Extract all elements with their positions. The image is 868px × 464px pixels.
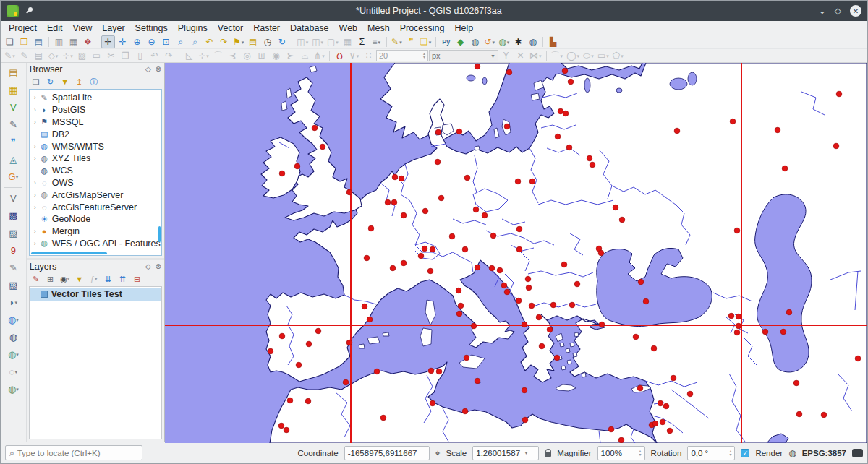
add-raster-tile-layer-icon[interactable]: ▩ (2, 207, 24, 224)
menu-mesh[interactable]: Mesh (362, 22, 395, 35)
minimize-button[interactable]: ⌄ (819, 7, 826, 15)
map-canvas[interactable] (165, 63, 867, 442)
zoom-full-icon[interactable]: ⊡ (159, 35, 173, 48)
dropdown-arrow-icon[interactable]: ▾ (357, 53, 359, 59)
browser-collapse-all-icon[interactable]: ↥ (73, 76, 86, 87)
measure-icon[interactable]: ✎▾ (390, 35, 404, 48)
dropdown-arrow-icon[interactable]: ▾ (306, 40, 309, 45)
vertex-tool-icon[interactable]: ⊹▾ (61, 49, 75, 62)
enable-snapping-icon[interactable]: Ω (333, 49, 346, 62)
add-virtual-layer-icon[interactable]: V (2, 190, 24, 207)
dropdown-arrow-icon[interactable]: ▾ (16, 317, 19, 323)
browser-float-icon[interactable]: ◇ (145, 65, 151, 73)
fill-ring-icon[interactable]: ◉ (269, 49, 283, 62)
move-feature-icon[interactable]: ⊹▾ (197, 49, 210, 62)
expand-arrow-icon[interactable]: › (31, 94, 39, 101)
python-console-icon[interactable]: Py (439, 35, 453, 48)
browser-horizontal-scrollbar[interactable] (31, 252, 107, 254)
zoom-to-layer-icon[interactable]: ⌕ (188, 35, 202, 48)
browser-item-wms-wmts[interactable]: ›◍WMS/WMTS (31, 140, 161, 152)
collapse-all-icon[interactable]: ⇈ (116, 273, 129, 285)
menu-web[interactable]: Web (334, 22, 362, 35)
browser-item-mssql[interactable]: ›⚑MSSQL (31, 116, 161, 129)
rotate-feature-icon[interactable]: ⌒ (211, 49, 225, 62)
deselect-features-icon[interactable]: ◫▾ (310, 35, 325, 48)
browser-item-mergin[interactable]: ›●Mergin (31, 225, 161, 238)
zoom-last-icon[interactable]: ↶ (203, 35, 216, 48)
browser-properties-icon[interactable]: ⓘ (88, 76, 101, 87)
refresh-map-icon[interactable]: ↻ (275, 35, 289, 48)
shape-digitizing-circle-icon[interactable]: ◯▾ (565, 49, 581, 62)
add-geopackage-layer-icon[interactable]: G▾ (2, 168, 24, 185)
new-print-layout-icon[interactable]: ▥ (52, 35, 66, 48)
dropdown-arrow-icon[interactable]: ▾ (12, 53, 15, 59)
filter-legend-by-expression-icon[interactable]: ƒ▾ (88, 273, 101, 285)
add-mssql-layer-icon[interactable]: ▧ (2, 277, 24, 293)
layers-float-icon[interactable]: ◇ (145, 262, 151, 270)
expand-all-icon[interactable]: ⇊ (102, 273, 115, 285)
browser-item-wfs-ogc-api-features[interactable]: ›◍WFS / OGC API - Features (31, 238, 161, 250)
browser-item-xyz-tiles[interactable]: ›◍XYZ Tiles (31, 152, 161, 165)
crs-value[interactable]: EPSG:3857 (802, 449, 846, 457)
advanced-digitizing-panel-icon[interactable]: ◺ (182, 49, 196, 62)
rotation-spinbox[interactable]: 0,0 °▴▾ (687, 446, 735, 460)
add-oracle-layer-icon[interactable]: 9 (2, 242, 24, 259)
dropdown-arrow-icon[interactable]: ▾ (242, 40, 244, 45)
layers-close-icon[interactable]: ⊗ (156, 262, 161, 270)
statistical-summary-icon[interactable]: ≡▾ (370, 35, 383, 48)
expand-arrow-icon[interactable]: › (31, 204, 39, 211)
menu-database[interactable]: Database (285, 22, 334, 35)
dropdown-arrow-icon[interactable]: ▾ (576, 53, 579, 59)
dropdown-arrow-icon[interactable]: ▾ (561, 53, 563, 59)
offset-curve-icon[interactable]: ⌓ (298, 49, 312, 62)
expand-arrow-icon[interactable]: › (31, 106, 39, 113)
plugin-reloader-icon[interactable]: ↺▾ (482, 35, 496, 48)
new-annotation-icon[interactable]: ❏▾ (419, 35, 433, 48)
add-arcgis-rest-layer-icon[interactable]: ◌▾ (2, 364, 24, 380)
dropdown-arrow-icon[interactable]: ▾ (507, 40, 510, 45)
browser-item-ows[interactable]: ›◌OWS (31, 177, 161, 189)
zoom-out-icon[interactable]: ⊖ (145, 35, 158, 48)
undo-icon[interactable]: ↶ (148, 49, 161, 62)
dropdown-arrow-icon[interactable]: ▾ (399, 40, 402, 45)
expand-arrow-icon[interactable]: › (31, 192, 39, 199)
pan-map-icon[interactable]: ✛ (101, 35, 115, 48)
browser-refresh-icon[interactable]: ↻ (44, 76, 57, 87)
extents-icon[interactable]: ⌖ (435, 448, 441, 458)
browser-item-wcs[interactable]: ◍WCS (31, 165, 161, 177)
scale-combo[interactable]: 1:26001587▼ (472, 446, 539, 460)
dropdown-arrow-icon[interactable]: ▾ (320, 40, 323, 45)
dropdown-arrow-icon[interactable]: ▾ (70, 53, 73, 59)
browser-filter-icon[interactable]: ▼ (59, 76, 72, 87)
dropdown-arrow-icon[interactable]: ▾ (16, 352, 19, 358)
show-spatial-bookmarks-icon[interactable]: ▤ (246, 35, 260, 48)
add-wfs-layer-icon[interactable]: ◍▾ (2, 346, 24, 363)
browser-add-selected-layers-icon[interactable]: ❏ (30, 76, 43, 87)
menu-edit[interactable]: Edit (42, 22, 68, 35)
add-wcs-layer-icon[interactable]: ◍ (2, 329, 24, 345)
expand-arrow-icon[interactable]: › (31, 179, 39, 186)
menu-plugins[interactable]: Plugins (173, 22, 213, 35)
first-aid-bug-icon[interactable]: ✱ (511, 35, 525, 48)
paste-features-icon[interactable]: ▯ (133, 49, 147, 62)
expand-arrow-icon[interactable]: › (31, 143, 39, 150)
snapping-tolerance-spinbox[interactable]: 20▴▾ (376, 50, 428, 61)
add-part-icon[interactable]: ⊞ (255, 49, 268, 62)
browser-item-postgis[interactable]: ›◗PostGIS (31, 104, 161, 116)
menu-project[interactable]: Project (4, 22, 42, 35)
dropdown-arrow-icon[interactable]: ▾ (16, 387, 19, 392)
dropdown-arrow-icon[interactable]: ▾ (14, 369, 17, 375)
split-features-icon[interactable]: ⋔▾ (312, 49, 326, 62)
save-edits-icon[interactable]: ▤ (32, 49, 46, 62)
expand-arrow-icon[interactable]: › (31, 228, 39, 235)
redo-icon[interactable]: ↷ (162, 49, 176, 62)
menu-processing[interactable]: Processing (395, 22, 450, 35)
menu-settings[interactable]: Settings (130, 22, 173, 35)
messages-icon[interactable] (852, 449, 863, 457)
current-edits-icon[interactable]: ✎▾ (3, 49, 17, 62)
dropdown-arrow-icon[interactable]: ▾ (591, 53, 594, 59)
copy-features-icon[interactable]: ❐ (119, 49, 132, 62)
snapping-mode-icon[interactable]: ∨▾ (347, 49, 361, 62)
menu-vector[interactable]: Vector (213, 22, 248, 35)
add-postgis-layer-icon[interactable]: ◗▾ (2, 294, 24, 311)
